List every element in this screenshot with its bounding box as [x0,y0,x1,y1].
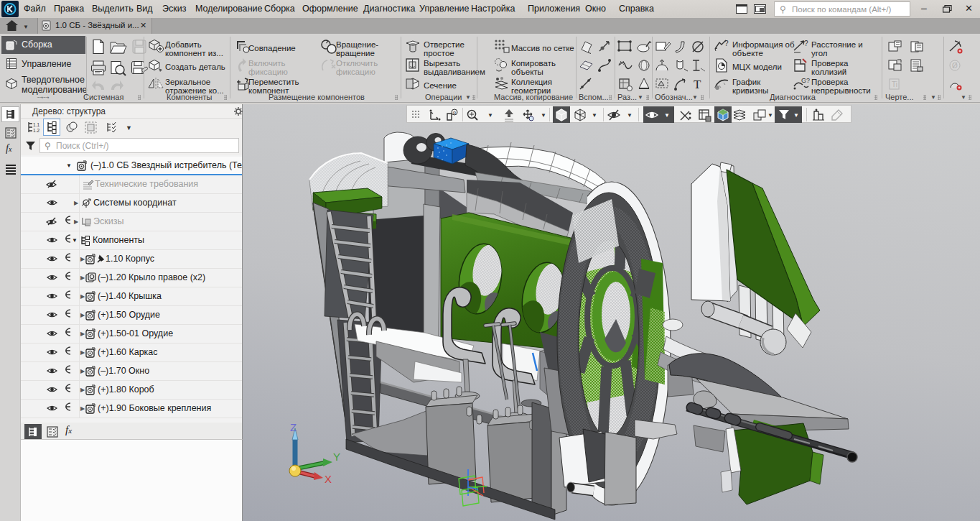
svg-text:?: ? [804,40,808,47]
svg-text:o: o [453,110,456,115]
svg-text:Ø: Ø [952,62,958,70]
svg-text:T: T [694,78,701,91]
svg-text:Z: Z [290,421,297,433]
svg-text:Y: Y [333,451,340,463]
svg-text:1.2: 1.2 [33,128,39,133]
svg-text:Ti: Ti [892,80,897,88]
svg-text:G?: G? [801,77,810,84]
svg-text:1.1: 1.1 [33,122,39,127]
svg-text:?: ? [724,40,729,47]
svg-text:X: X [325,473,332,485]
